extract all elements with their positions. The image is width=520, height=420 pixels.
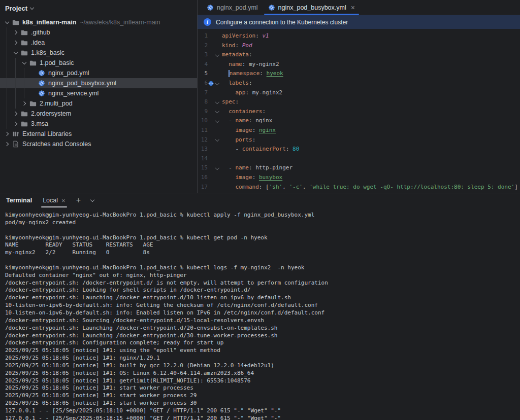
folder-icon [20,49,29,56]
tree-item-external-libraries[interactable]: External Libraries [0,129,197,139]
fold-chevron-icon[interactable] [214,167,220,169]
tree-item-idea[interactable]: .idea [0,38,197,48]
chevron-right-icon[interactable] [12,110,20,118]
editor-tab-nginx-pod-busybox-yml[interactable]: nginx_pod_busybox.yml× [263,0,360,15]
close-icon[interactable]: × [61,197,66,204]
tree-item-scratches-and-consoles[interactable]: Scratches and Consoles [0,139,197,149]
line-number: 2 [198,41,208,51]
code-token [222,127,236,133]
fold-chevron-icon[interactable] [214,139,220,141]
tree-item-k8s-inflearn-main[interactable]: k8s_inflearn-main~/aws/eks/k8s_inflearn-… [0,17,197,27]
tree-item-nginx-service-yml[interactable]: nginx_service.yml [0,88,197,98]
chevron-right-icon[interactable] [12,28,20,37]
code-line-4[interactable]: 4 name: my-nginx2 [198,60,520,69]
chevron-down-icon[interactable] [20,59,28,67]
main-area: Project k8s_inflearn-main~/aws/eks/k8s_i… [0,0,520,193]
tree-item-nginx-pod-busybox-yml[interactable]: nginx_pod_busybox.yml [0,78,197,88]
terminal-line: 2025/09/25 05:18:05 [notice] 1#1: start … [5,400,520,407]
code-token: : [245,89,252,96]
fold-chevron-icon[interactable] [214,120,220,122]
chevron-down-icon[interactable] [12,49,20,57]
code-token: Pod [242,42,252,49]
tree-item-github[interactable]: .github [0,27,197,38]
tree-item-2-ordersystem[interactable]: 2.ordersystem [0,109,197,119]
kubernetes-file-icon [207,4,214,11]
code-line-17[interactable]: 17 command: ['sh', '-c', 'while true; do… [198,183,520,192]
line-number: 10 [198,116,208,126]
tree-item-label: k8s_inflearn-main [22,19,76,26]
terminal-line: 2025/09/25 05:18:05 [notice] 1#1: getrli… [5,377,520,385]
kubernetes-file-icon [268,4,275,11]
terminal-line [5,257,520,264]
kubernetes-file-icon [37,69,46,77]
code-line-10[interactable]: 10 - name: nginx [198,116,520,126]
tree-item-1-k8s-basic[interactable]: 1.k8s_basic [0,48,197,58]
tree-item-nginx-pod-yml[interactable]: nginx_pod.yml [0,68,197,78]
code-line-14[interactable]: 14 [198,154,520,164]
fold-chevron-icon[interactable] [214,83,220,85]
code-token: name [236,117,249,124]
tree-item-label: nginx_pod.yml [48,69,89,77]
fold-chevron-icon[interactable] [214,111,220,113]
line-number: 16 [198,173,208,183]
code-line-16[interactable]: 16 image: busybox [198,173,520,183]
editor-tab-nginx-pod-yml[interactable]: nginx_pod.yml [202,0,263,15]
chevron-right-icon[interactable] [20,99,28,108]
code-text: - name: http-pinger [220,163,292,173]
code-line-15[interactable]: 15 - name: http-pinger [198,163,520,173]
new-terminal-button[interactable]: + [76,196,81,204]
fold-chevron-icon[interactable] [214,101,220,103]
code-token [222,146,236,152]
tree-item-3-msa[interactable]: 3.msa [0,119,197,129]
close-icon[interactable]: × [351,4,355,11]
code-token: image [236,174,252,181]
code-token: busybox [259,174,282,181]
indent-guide [24,68,24,98]
code-line-12[interactable]: 12 ports: [198,135,520,145]
code-token: ports [236,136,252,143]
code-line-2[interactable]: 2kind: Pod [198,41,520,51]
line-number: 11 [198,126,208,135]
code-text: namespace: hyeok [220,69,283,79]
terminal-line: /docker-entrypoint.sh: Launching /docker… [5,332,520,340]
code-token: - [229,164,235,171]
code-token: containerPort [242,146,286,152]
terminal-output[interactable]: kimyoonhyeok@gim-yunhyeog-ui-MacBookPro … [0,207,520,420]
tree-item-label: .github [31,29,50,36]
code-text: image: busybox [220,173,282,183]
tree-item-1-pod-basic[interactable]: 1.pod_basic [0,58,197,68]
code-line-5[interactable]: 5 namespace: hyeok [198,69,520,79]
code-token: : [236,98,239,105]
terminal-panel: Terminal Local × + kimyoonhyeok@gim-yunh… [0,193,520,420]
code-line-13[interactable]: 13 - containerPort: 80 [198,145,520,154]
folder-icon [20,29,29,36]
code-line-1[interactable]: 1apiVersion: v1 [198,31,520,41]
indent-guide [7,27,7,129]
chevron-down-icon[interactable] [3,18,11,26]
terminal-line: 10-listen-on-ipv6-by-default.sh: info: E… [5,309,520,317]
terminal-line: Defaulted container "nginx" out of: ngin… [5,272,520,279]
code-line-11[interactable]: 11 image: nginx [198,126,520,135]
tree-item-2-multi-pod[interactable]: 2.multi_pod [0,98,197,109]
kubernetes-connection-banner[interactable]: i Configure a connection to the Kubernet… [198,15,520,29]
chevron-right-icon[interactable] [12,120,20,128]
terminal-line: /docker-entrypoint.sh: Launching /docker… [5,294,520,302]
code-line-3[interactable]: 3metadata: [198,50,520,60]
code-editor[interactable]: 1apiVersion: v12kind: Pod3metadata:4 nam… [198,29,520,193]
chevron-right-icon[interactable] [12,39,20,47]
chevron-right-icon[interactable] [3,130,11,138]
terminal-tab-local[interactable]: Local × [40,193,68,207]
terminal-dropdown-button[interactable] [89,197,96,204]
code-line-8[interactable]: 8spec: [198,97,520,107]
code-token: name [236,164,249,171]
code-text: - containerPort: 80 [220,145,299,154]
code-token: '-c' [289,184,303,190]
code-line-6[interactable]: 6 labels: [198,79,520,88]
code-token [222,184,236,190]
fold-chevron-icon[interactable] [214,54,220,56]
project-panel-header[interactable]: Project [0,0,197,16]
chevron-right-icon[interactable] [3,140,11,148]
folder-icon [28,59,38,66]
code-line-7[interactable]: 7 app: my-nginx2 [198,88,520,98]
code-line-9[interactable]: 9 containers: [198,107,520,117]
